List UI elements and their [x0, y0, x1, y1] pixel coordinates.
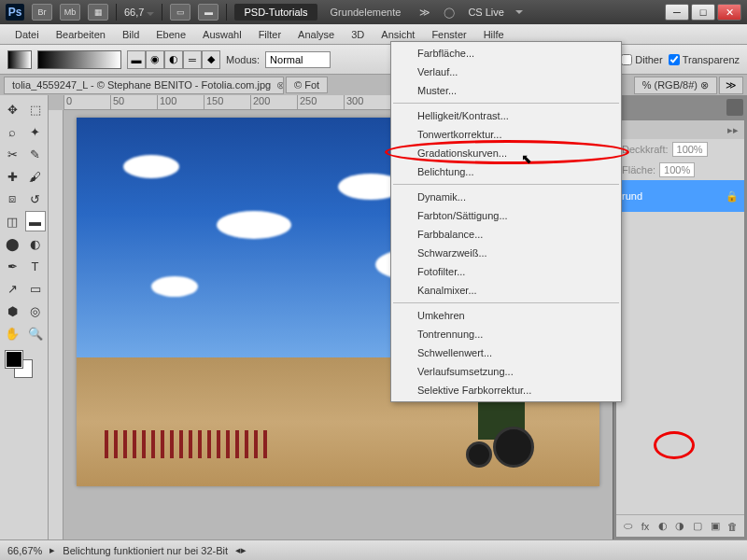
3d-tool[interactable]: ⬢ — [2, 301, 22, 321]
color-swatches[interactable] — [2, 351, 46, 379]
transparenz-checkbox[interactable]: Transparenz — [669, 54, 740, 65]
menu-ansicht[interactable]: Ansicht — [374, 26, 422, 43]
adjustment-layer-icon[interactable]: ◑ — [674, 519, 686, 534]
layer-row[interactable]: rund 🔒 — [616, 180, 744, 212]
stamp-tool[interactable]: ⧇ — [2, 189, 22, 209]
menu-fenster[interactable]: Fenster — [424, 26, 473, 43]
document-tabbar: tolia_4559247_L - © Stephane BENITO - Fo… — [0, 75, 747, 95]
toolbox: ✥ ⬚ ⌕ ✦ ✂ ✎ ✚ 🖌 ⧇ ↺ ◫ ▬ ⬤ ◐ ✒ T ↗ ▭ ⬢ ◎ … — [0, 95, 49, 539]
menu-bild[interactable]: Bild — [115, 26, 147, 43]
pen-tool[interactable]: ✒ — [2, 256, 22, 276]
bridge-button[interactable]: Br — [32, 4, 52, 21]
layout-button[interactable]: ▦ — [88, 4, 108, 21]
gradient-reflected[interactable]: ═ — [183, 50, 202, 69]
menu-3d[interactable]: 3D — [344, 26, 372, 43]
ruler-vertical — [49, 110, 63, 539]
wand-tool[interactable]: ✦ — [25, 121, 46, 142]
dd-kanalmixer[interactable]: Kanalmixer... — [391, 281, 621, 300]
marquee-tool[interactable]: ⬚ — [25, 99, 46, 119]
gradient-linear[interactable]: ▬ — [127, 50, 146, 69]
status-zoom[interactable]: 66,67% — [7, 545, 42, 556]
panel-toggle-icon[interactable] — [726, 99, 743, 116]
menu-analyse[interactable]: Analyse — [290, 26, 342, 43]
dd-umkehren[interactable]: Umkehren — [391, 306, 621, 325]
fg-color[interactable] — [6, 351, 22, 368]
move-tool[interactable]: ✥ — [2, 99, 22, 119]
trash-icon[interactable]: 🗑 — [726, 519, 739, 534]
shape-tool[interactable]: ▭ — [25, 278, 46, 299]
screenmode-button[interactable]: ▬ — [198, 4, 218, 21]
tool-preset[interactable] — [7, 50, 32, 69]
crop-tool[interactable]: ✂ — [2, 144, 22, 164]
dd-selektive[interactable]: Selektive Farbkorrektur... — [391, 381, 621, 399]
close-button[interactable]: ✕ — [717, 4, 741, 21]
hand-tool[interactable]: ✋ — [2, 323, 22, 343]
type-tool[interactable]: T — [25, 256, 46, 276]
history-tool[interactable]: ↺ — [25, 189, 46, 209]
dd-muster[interactable]: Muster... — [391, 81, 621, 100]
dd-tonwertkorrektur[interactable]: Tonwertkorrektur... — [391, 125, 621, 144]
maximize-button[interactable]: □ — [691, 4, 715, 21]
link-icon[interactable]: ⬭ — [622, 519, 634, 534]
gradient-tool[interactable]: ▬ — [25, 211, 46, 231]
dither-checkbox[interactable]: Dither — [621, 54, 662, 65]
dd-farbbalance[interactable]: Farbbalance... — [391, 225, 621, 244]
folder-icon[interactable]: ▢ — [692, 519, 704, 534]
gradient-radial[interactable]: ◉ — [146, 50, 164, 69]
lasso-tool[interactable]: ⌕ — [2, 121, 22, 142]
new-layer-icon[interactable]: ▣ — [710, 519, 722, 534]
zoom-level[interactable]: 66,7 — [124, 7, 154, 18]
dodge-tool[interactable]: ◐ — [25, 233, 46, 254]
gradient-diamond[interactable]: ◆ — [202, 50, 220, 69]
eyedropper-tool[interactable]: ✎ — [25, 144, 46, 164]
dd-schwarzweiss[interactable]: Schwarzweiß... — [391, 244, 621, 262]
eraser-tool[interactable]: ◫ — [2, 211, 22, 231]
modus-select[interactable]: Normal — [265, 51, 331, 68]
minibridge-button[interactable]: Mb — [60, 4, 80, 21]
zoom-tool[interactable]: 🔍 — [25, 323, 46, 343]
dd-helligkeit[interactable]: Helligkeit/Kontrast... — [391, 106, 621, 125]
dd-dynamik[interactable]: Dynamik... — [391, 188, 621, 206]
panel-menu-icon[interactable]: ▸▸ — [727, 124, 739, 136]
menu-ebene[interactable]: Ebene — [148, 26, 193, 43]
menu-auswahl[interactable]: Auswahl — [195, 26, 249, 43]
heal-tool[interactable]: ✚ — [2, 166, 22, 187]
gradient-angle[interactable]: ◐ — [164, 50, 183, 69]
panels: ▸▸ Deckkraft:100% Fläche:100% rund 🔒 ⬭ f… — [613, 95, 747, 539]
statusbar: 66,67% ▸ Belichtung funktioniert nur bei… — [0, 539, 747, 560]
dd-verlauf[interactable]: Verlauf... — [391, 63, 621, 81]
menu-hilfe[interactable]: Hilfe — [476, 26, 512, 43]
menu-bearbeiten[interactable]: Bearbeiten — [49, 26, 113, 43]
workspace-grundelemente[interactable]: Grundelemente — [325, 4, 407, 21]
blur-tool[interactable]: ⬤ — [2, 233, 22, 254]
tab-overflow[interactable]: ≫ — [719, 77, 743, 94]
dd-gradationskurven[interactable]: Gradationskurven... — [391, 144, 621, 162]
menu-filter[interactable]: Filter — [251, 26, 289, 43]
document-tab-2[interactable]: © Fot — [286, 77, 328, 93]
gradient-preview[interactable] — [37, 50, 121, 69]
menu-datei[interactable]: Datei — [7, 26, 47, 43]
dd-verlaufsumsetzung[interactable]: Verlaufsumsetzung... — [391, 362, 621, 381]
document-tab-3[interactable]: % (RGB/8#) ⊗ — [634, 77, 717, 94]
menubar: Datei Bearbeiten Bild Ebene Auswahl Filt… — [0, 24, 747, 45]
minimize-button[interactable]: ─ — [665, 4, 689, 21]
close-tab-icon[interactable]: ⊗ — [276, 79, 284, 91]
dd-fotofilter[interactable]: Fotofilter... — [391, 262, 621, 281]
dd-belichtung[interactable]: Belichtung... — [391, 162, 621, 181]
dd-farbton[interactable]: Farbton/Sättigung... — [391, 206, 621, 225]
viewextras-button[interactable]: ▭ — [170, 4, 190, 21]
dd-tontrennung[interactable]: Tontrennung... — [391, 325, 621, 343]
dd-schwellenwert[interactable]: Schwellenwert... — [391, 343, 621, 362]
deckkraft-value[interactable]: 100% — [672, 142, 708, 157]
3d-camera-tool[interactable]: ◎ — [25, 301, 46, 321]
mask-icon[interactable]: ◐ — [656, 519, 669, 534]
brush-tool[interactable]: 🖌 — [25, 166, 46, 187]
path-tool[interactable]: ↗ — [2, 278, 22, 299]
cslive-button[interactable]: CS Live — [468, 7, 504, 18]
document-tab-1[interactable]: tolia_4559247_L - © Stephane BENITO - Fo… — [4, 77, 284, 94]
dd-farbflaeche[interactable]: Farbfläche... — [391, 44, 621, 63]
workspace-more[interactable]: ≫ — [414, 4, 436, 21]
workspace-psdtutorials[interactable]: PSD-Tutorials — [234, 4, 317, 21]
flaeche-value[interactable]: 100% — [659, 162, 695, 177]
fx-icon[interactable]: fx — [640, 519, 652, 534]
